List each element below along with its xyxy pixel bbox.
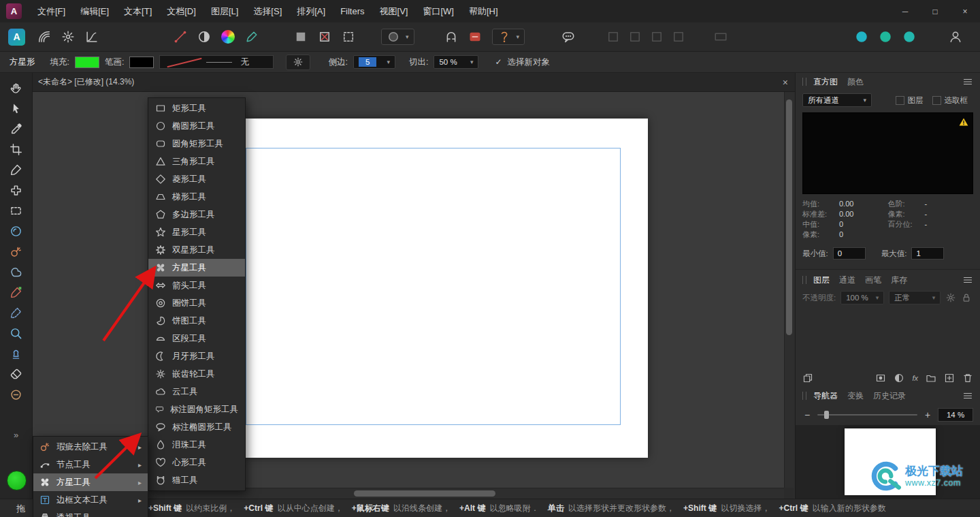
shape-menu-item[interactable]: 心形工具	[148, 454, 245, 471]
sides-select[interactable]: 5 ▾	[353, 55, 395, 69]
brush-shape-select-dropdown[interactable]: ▾	[381, 29, 414, 45]
shape-menu-item[interactable]: 区段工具	[148, 330, 245, 347]
layers-tab[interactable]: 图层	[813, 275, 830, 286]
snapping-icon[interactable]	[444, 30, 458, 44]
stroke-swatch[interactable]	[129, 57, 154, 68]
shape-menu-item[interactable]: 椭圆形工具	[148, 117, 245, 135]
close-document-icon[interactable]: ×	[783, 77, 788, 88]
panel-menu-icon[interactable]	[962, 390, 973, 401]
menubar-item[interactable]: 文档[D]	[159, 0, 203, 22]
menubar-item[interactable]: Filters	[333, 0, 372, 22]
snapping-preset-icon[interactable]	[468, 30, 482, 44]
shape-menu-item[interactable]: 方星工具	[148, 259, 245, 277]
tool-flyout-item[interactable]: 边框文本工具▸	[33, 491, 148, 509]
teal-badge-icon[interactable]	[879, 30, 892, 44]
selection-outline-icon[interactable]	[342, 30, 355, 44]
mask-layer-icon[interactable]	[875, 373, 886, 383]
layer-effects-icon[interactable]: fx	[912, 374, 918, 382]
line-style-icon[interactable]	[174, 30, 187, 44]
curves-icon[interactable]	[85, 30, 99, 44]
layers-tab[interactable]: 画笔	[865, 275, 881, 286]
current-color-swatch[interactable]	[7, 471, 27, 490]
tool-flyout-item[interactable]: 透视工具▸	[33, 509, 148, 517]
blend-mode-select[interactable]: 正常 ▾	[889, 291, 941, 304]
navigator-tab[interactable]: 历史记录	[873, 390, 906, 402]
shape-menu-item[interactable]: 饼图工具	[148, 312, 245, 330]
menubar-item[interactable]: 选择[S]	[246, 0, 289, 22]
histogram-tab[interactable]: 颜色	[847, 76, 864, 88]
shape-menu-item[interactable]: 标注椭圆形工具	[148, 418, 245, 436]
cutout-select[interactable]: 50 % ▾	[434, 55, 478, 69]
navigator-tab[interactable]: 变换	[847, 390, 864, 402]
shape-menu-item[interactable]: 标注圆角矩形工具	[148, 401, 245, 418]
marquee-tool[interactable]	[6, 200, 27, 221]
shape-menu-item[interactable]: 云工具	[148, 383, 245, 401]
move-tool[interactable]	[6, 98, 27, 119]
layers-list[interactable]	[796, 307, 980, 369]
document-tab[interactable]: <未命名> [已修改] (14.3%)	[38, 76, 134, 88]
panel-menu-icon[interactable]	[962, 76, 973, 87]
precision-settings-icon[interactable]	[61, 30, 75, 44]
zoom-slider[interactable]	[817, 414, 917, 416]
shape-menu-item[interactable]: 双星形工具	[148, 241, 245, 259]
pixel-brush-tool[interactable]	[6, 282, 27, 302]
menubar-item[interactable]: 窗口[W]	[415, 0, 461, 22]
layer-settings-icon[interactable]	[945, 292, 956, 303]
canvas-viewport[interactable]	[33, 92, 784, 488]
shape-menu-item[interactable]: 三角形工具	[148, 153, 245, 170]
layers-checkbox[interactable]	[896, 96, 904, 105]
tool-flyout-item[interactable]: 方星工具▸	[33, 473, 148, 491]
navigator-tab[interactable]: 导航器	[813, 390, 838, 402]
dodge-tool[interactable]	[6, 384, 27, 405]
view-tool[interactable]	[6, 78, 27, 98]
color-wheel-icon[interactable]	[221, 30, 235, 44]
shape-menu-item[interactable]: 圆角矩形工具	[148, 135, 245, 153]
expand-tools-icon[interactable]: »	[0, 430, 32, 440]
shape-menu-item[interactable]: 菱形工具	[148, 170, 245, 188]
fill-swatch[interactable]	[75, 57, 99, 68]
photo-persona-icon[interactable]: A	[8, 29, 25, 46]
shape-menu-item[interactable]: 泪珠工具	[148, 436, 245, 454]
paint-brush-tool[interactable]	[6, 159, 27, 180]
zoom-out-button[interactable]: −	[802, 409, 812, 420]
assistant-icon[interactable]	[561, 30, 575, 44]
healing-tool[interactable]	[6, 180, 27, 200]
patch-tool[interactable]	[6, 262, 27, 282]
channel-select[interactable]: 所有通道 ▾	[802, 93, 872, 107]
contrast-icon[interactable]	[197, 30, 211, 44]
pixel-alignment-icon[interactable]	[497, 30, 511, 44]
menubar-item[interactable]: 图层[L]	[203, 0, 246, 22]
shape-menu-item[interactable]: 星形工具	[148, 223, 245, 241]
min-value-input[interactable]: 0	[833, 247, 866, 260]
maximize-icon[interactable]: □	[920, 0, 950, 22]
color-picker-tool[interactable]	[6, 119, 27, 139]
stipple-brush-tool[interactable]	[6, 302, 27, 323]
duplicate-layer-icon[interactable]	[802, 373, 813, 383]
vertical-scrollbar-track[interactable]	[784, 92, 794, 488]
crop-tool[interactable]	[6, 139, 27, 159]
eraser-tool[interactable]	[6, 364, 27, 384]
lock-icon[interactable]	[961, 292, 972, 303]
tool-flyout-item[interactable]: 节点工具▸	[33, 456, 148, 473]
zoom-tool[interactable]	[6, 323, 27, 343]
menubar-item[interactable]: 文件[F]	[30, 0, 73, 22]
horizontal-scrollbar-thumb[interactable]	[354, 490, 495, 497]
zoom-level-input[interactable]: 14 %	[938, 408, 973, 422]
stroke-style-control[interactable]: 无	[159, 55, 274, 69]
account-icon[interactable]	[949, 30, 962, 44]
stamp-tool[interactable]	[6, 343, 27, 364]
shape-settings-button[interactable]	[286, 54, 310, 70]
vertical-scrollbar-thumb[interactable]	[786, 99, 792, 335]
shape-menu-item[interactable]: 嵌齿轮工具	[148, 365, 245, 383]
zoom-slider-thumb[interactable]	[824, 411, 829, 419]
max-value-input[interactable]: 1	[911, 247, 944, 260]
menubar-item[interactable]: 编辑[E]	[73, 0, 116, 22]
rotate-view-icon[interactable]	[37, 30, 51, 44]
layers-tab[interactable]: 库存	[891, 275, 907, 286]
shape-menu-item[interactable]: 月牙形工具	[148, 347, 245, 365]
app-icon[interactable]: A	[6, 3, 22, 19]
teal-badge-icon[interactable]	[855, 30, 868, 44]
layers-tab[interactable]: 通道	[839, 275, 855, 286]
delete-layer-icon[interactable]	[962, 373, 973, 383]
marquee-checkbox[interactable]	[932, 96, 941, 105]
